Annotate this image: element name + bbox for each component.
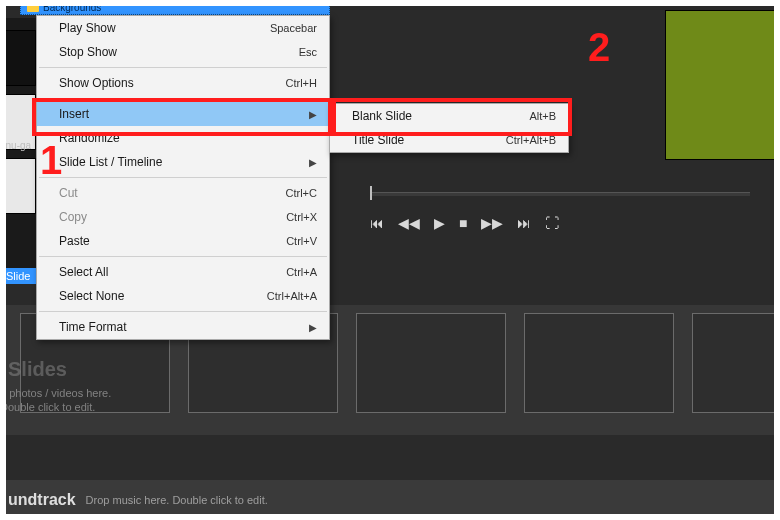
forward-icon[interactable]: ▶▶ — [481, 215, 503, 231]
menu-item-label: Stop Show — [59, 45, 117, 59]
rewind-icon[interactable]: ◀◀ — [398, 215, 420, 231]
menu-item-label: Insert — [59, 107, 89, 121]
menu-separator — [39, 177, 327, 178]
menu-item-shortcut: Ctrl+Alt+B — [506, 134, 556, 146]
menu-item-shortcut: Ctrl+X — [286, 211, 317, 223]
folder-label: Backgrounds — [43, 2, 101, 13]
menu-item-shortcut: Alt+B — [529, 110, 556, 122]
slides-hint: p photos / videos here. Double click to … — [0, 386, 111, 414]
skip-start-icon[interactable]: ⏮ — [370, 215, 384, 231]
menu-item-label: Randomize — [59, 131, 120, 145]
submenu-item-title-slide[interactable]: Title Slide Ctrl+Alt+B — [330, 128, 568, 152]
menu-item-shortcut: Ctrl+C — [286, 187, 317, 199]
menu-item-slide-list[interactable]: Slide List / Timeline ▶ — [37, 150, 329, 174]
menu-item-insert[interactable]: Insert ▶ — [37, 102, 329, 126]
skip-end-icon[interactable]: ⏭ — [517, 215, 531, 231]
thumbnail-strip — [0, 30, 36, 222]
menu-item-cut: Cut Ctrl+C — [37, 181, 329, 205]
menu-item-label: Select All — [59, 265, 108, 279]
menu-item-label: Slide List / Timeline — [59, 155, 162, 169]
menu-item-copy: Copy Ctrl+X — [37, 205, 329, 229]
annotation-number-1: 1 — [40, 138, 62, 183]
slide-slot[interactable] — [692, 313, 780, 413]
menu-item-label: Paste — [59, 234, 90, 248]
menu-item-select-none[interactable]: Select None Ctrl+Alt+A — [37, 284, 329, 308]
transport-bar: ⏮ ◀◀ ▶ ■ ▶▶ ⏭ ⛶ — [370, 215, 559, 231]
stop-icon[interactable]: ■ — [459, 215, 467, 231]
menu-item-shortcut: Ctrl+Alt+A — [267, 290, 317, 302]
slide-slot[interactable] — [356, 313, 506, 413]
chevron-right-icon: ▶ — [309, 109, 317, 120]
menu-item-select-all[interactable]: Select All Ctrl+A — [37, 260, 329, 284]
menu-item-shortcut: Esc — [299, 46, 317, 58]
cropped-label: enu-ga — [0, 140, 31, 151]
folder-icon — [27, 3, 39, 12]
menu-item-randomize[interactable]: Randomize — [37, 126, 329, 150]
menu-item-shortcut: Ctrl+V — [286, 235, 317, 247]
soundtrack-hint: Drop music here. Double click to edit. — [86, 494, 268, 506]
hint-line: Double click to edit. — [0, 400, 111, 414]
play-icon[interactable]: ▶ — [434, 215, 445, 231]
menu-item-stop-show[interactable]: Stop Show Esc — [37, 40, 329, 64]
context-menu: Play Show Spacebar Stop Show Esc Show Op… — [36, 15, 330, 340]
slide-chip[interactable]: Slide — [0, 268, 36, 284]
menu-item-time-format[interactable]: Time Format ▶ — [37, 315, 329, 339]
menu-item-label: Time Format — [59, 320, 127, 334]
hint-line: p photos / videos here. — [0, 386, 111, 400]
annotation-number-2: 2 — [588, 25, 610, 70]
timeline-playhead[interactable] — [370, 186, 372, 200]
menu-item-label: Blank Slide — [352, 109, 412, 123]
menu-item-paste[interactable]: Paste Ctrl+V — [37, 229, 329, 253]
menu-separator — [39, 98, 327, 99]
menu-item-label: Cut — [59, 186, 78, 200]
fullscreen-icon[interactable]: ⛶ — [545, 215, 559, 231]
folder-bar[interactable]: Backgrounds — [20, 0, 330, 15]
app-window: Backgrounds enu-ga Slide ⏮ ◀◀ ▶ ■ ▶▶ ⏭ ⛶… — [0, 0, 780, 520]
menu-item-label: Show Options — [59, 76, 134, 90]
menu-item-shortcut: Spacebar — [270, 22, 317, 34]
menu-item-label: Copy — [59, 210, 87, 224]
context-submenu-insert: Blank Slide Alt+B Title Slide Ctrl+Alt+B — [329, 103, 569, 153]
slides-section-title: Slides — [8, 358, 67, 381]
menu-separator — [39, 311, 327, 312]
slide-slot[interactable] — [524, 313, 674, 413]
menu-item-play-show[interactable]: Play Show Spacebar — [37, 16, 329, 40]
soundtrack-title: undtrack — [8, 491, 76, 509]
menu-item-label: Play Show — [59, 21, 116, 35]
menu-item-label: Title Slide — [352, 133, 404, 147]
menu-item-shortcut: Ctrl+H — [286, 77, 317, 89]
menu-separator — [39, 67, 327, 68]
chevron-right-icon: ▶ — [309, 157, 317, 168]
menu-separator — [39, 256, 327, 257]
menu-item-show-options[interactable]: Show Options Ctrl+H — [37, 71, 329, 95]
submenu-item-blank-slide[interactable]: Blank Slide Alt+B — [330, 104, 568, 128]
timeline-track[interactable] — [370, 192, 750, 196]
thumbnail[interactable] — [0, 30, 36, 86]
menu-item-shortcut: Ctrl+A — [286, 266, 317, 278]
soundtrack-bar[interactable]: undtrack Drop music here. Double click t… — [0, 480, 780, 520]
menu-item-label: Select None — [59, 289, 124, 303]
thumbnail[interactable] — [0, 158, 36, 214]
preview-panel — [665, 10, 780, 160]
chevron-right-icon: ▶ — [309, 322, 317, 333]
